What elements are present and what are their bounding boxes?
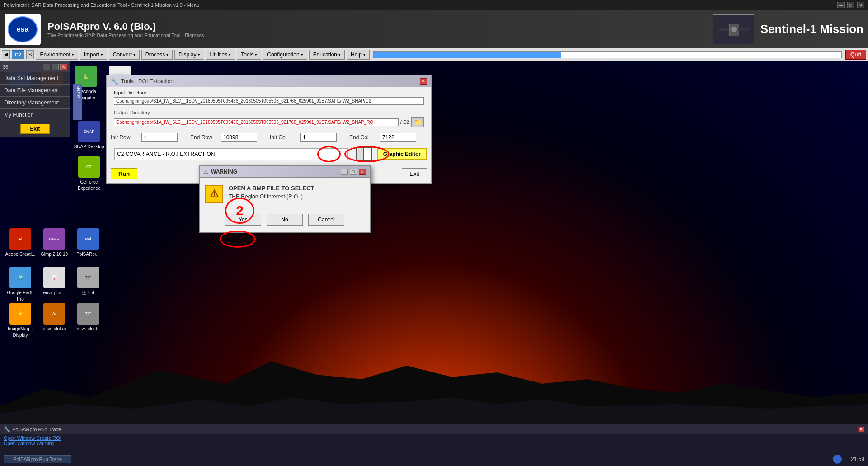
- run-button[interactable]: Run: [111, 168, 137, 179]
- init-row-input[interactable]: [141, 133, 178, 142]
- sidebar-maximize-btn[interactable]: □: [52, 64, 59, 70]
- app-title-block: PolSARpro V. 6.0 (Bio.) The Polarimetric…: [47, 21, 204, 38]
- warning-minimize-btn[interactable]: —: [341, 169, 348, 175]
- warning-no-button[interactable]: No: [267, 214, 303, 226]
- menu-configuration[interactable]: Configuration: [263, 50, 307, 60]
- menu-import[interactable]: Import: [80, 50, 107, 60]
- trace-link-create-roi[interactable]: Open Window Create ROI: [4, 435, 864, 441]
- init-row-label: Init Row: [111, 134, 138, 141]
- warning-icon: ⚠: [205, 185, 223, 203]
- split-left: [357, 148, 364, 160]
- run-trace-close-button[interactable]: ✕: [858, 427, 864, 432]
- sidebar-number: 36: [3, 64, 8, 70]
- output-dir-field[interactable]: [114, 118, 399, 126]
- warning-text-line1: OPEN A BMP FILE TO SELECT: [229, 185, 314, 192]
- icon-enviplot-label: envi_plot...: [43, 290, 65, 295]
- maximize-button[interactable]: □: [847, 2, 854, 8]
- icon-googleearth[interactable]: 🌍 Google Earth Pro: [5, 267, 36, 302]
- trace-link-warning[interactable]: Open Window Warning: [4, 441, 864, 446]
- warning-title-text: WARNING: [211, 169, 237, 175]
- run-trace-content: Open Window Create ROI Open Window Warni…: [0, 434, 868, 447]
- icon-tif7-label: 图7.tif: [82, 290, 94, 295]
- sidebar-item-directory[interactable]: Directory Management: [0, 97, 70, 109]
- snap-icon[interactable]: SNAP: [73, 84, 82, 120]
- icon-geforce-label: GeForce Experience: [78, 179, 100, 191]
- sidebar-exit-button[interactable]: Exit: [20, 124, 49, 134]
- warning-content: ⚠ OPEN A BMP FILE TO SELECT THE Region O…: [200, 178, 370, 210]
- close-button[interactable]: ✕: [857, 2, 864, 8]
- icon-envi-ai[interactable]: Ai envi_plot.ai: [38, 303, 70, 332]
- split-right: [364, 148, 371, 160]
- end-row-label: End Row: [190, 134, 217, 141]
- menu-tools[interactable]: Tools: [237, 50, 261, 60]
- warning-dialog: ⚠ WARNING — □ ✕ ⚠ OPEN A BMP FILE TO SEL…: [199, 165, 371, 233]
- warning-maximize-btn[interactable]: □: [350, 169, 357, 175]
- browse-button[interactable]: 📁: [411, 117, 424, 127]
- sidebar-minimize-btn[interactable]: —: [43, 64, 50, 70]
- sidebar-item-datafile[interactable]: Data File Management: [0, 85, 70, 97]
- icon-geforce[interactable]: GF GeForce Experience: [73, 156, 105, 191]
- icon-adobe[interactable]: Ai Adobe Creati...: [5, 228, 36, 257]
- icon-adobe-label: Adobe Creati...: [5, 252, 36, 257]
- icon-enviai-label: envi_plot.ai: [43, 326, 66, 331]
- c2-path-badge: / C2: [400, 119, 409, 125]
- input-dir-field[interactable]: [114, 97, 424, 105]
- icon-polsarpro[interactable]: Pol PolSARpr...: [72, 228, 104, 257]
- init-col-label: Init Col: [270, 134, 297, 141]
- warning-text-line2: THE Region Of Interest (R.O.I): [229, 193, 314, 200]
- app-title: PolSARpro V. 6.0 (Bio.): [47, 21, 204, 33]
- c2-covariance-button[interactable]: C2 COVARIANCE - R.O.I EXTRACTION: [114, 148, 348, 160]
- warning-close-button[interactable]: ✕: [359, 169, 366, 175]
- icon-imagemag[interactable]: ⭐ ImageMag... Display: [5, 303, 36, 338]
- sidebar-item-dataset[interactable]: Data Set Management: [0, 72, 70, 85]
- svg-point-6: [731, 27, 737, 32]
- progress-bar-container: [373, 51, 842, 58]
- icon-newplottif-label: new_plot.tif: [77, 326, 100, 331]
- split-view-icon[interactable]: [356, 147, 372, 161]
- s-badge[interactable]: S: [26, 50, 34, 59]
- exit-dialog-button[interactable]: Exit: [402, 168, 427, 179]
- roi-dialog-title-text: Tools : ROI Extraction: [121, 78, 174, 85]
- icon-polsarpro-label: PolSARpr...: [76, 252, 100, 257]
- minimize-button[interactable]: —: [837, 2, 845, 8]
- graphic-editor-button[interactable]: Graphic Editor: [377, 148, 427, 160]
- run-trace-title-text: PolSARpro Run Trace: [12, 427, 61, 432]
- menu-process[interactable]: Process: [141, 50, 173, 60]
- init-col-input[interactable]: [300, 133, 337, 142]
- roi-dialog-close-button[interactable]: ✕: [420, 78, 427, 85]
- c2-badge[interactable]: C2: [12, 50, 24, 59]
- icon-snap-desktop[interactable]: SNAP SNAP Desktop: [73, 121, 105, 150]
- snap-section: SNAP SNAP SNAP Desktop: [73, 84, 105, 149]
- menu-display[interactable]: Display: [174, 50, 204, 60]
- warning-yes-button[interactable]: Yes: [225, 214, 261, 226]
- icon-gimp[interactable]: GIMP Gimp 2.10.10: [38, 228, 70, 257]
- menu-convert[interactable]: Convert: [109, 50, 140, 60]
- sidebar-header: 36 — □ ✕: [0, 61, 70, 72]
- menu-utilities[interactable]: Utilities: [206, 50, 235, 60]
- icon-tif7[interactable]: TIF 图7.tif: [72, 267, 104, 296]
- quit-button[interactable]: Quit: [845, 50, 866, 60]
- taskbar-polsarpro[interactable]: PolSARpro Run Trace: [4, 455, 71, 463]
- menu-environment[interactable]: Environment: [36, 50, 78, 60]
- window-title: Polarimetric SAR Data Processing and Edu…: [4, 2, 199, 8]
- icon-new-plot-tif[interactable]: TIF new_plot.tif: [72, 303, 104, 332]
- warning-buttons: Yes No Cancel: [200, 210, 370, 232]
- icon-imagemag-label: ImageMag... Display: [8, 326, 33, 338]
- run-trace-panel: 🔧 PolSARpro Run Trace ✕ Open Window Crea…: [0, 424, 868, 452]
- menu-education[interactable]: Education: [309, 50, 345, 60]
- end-col-input[interactable]: [380, 133, 416, 142]
- sidebar-item-myfunction[interactable]: My Function: [0, 109, 70, 121]
- warning-cancel-button[interactable]: Cancel: [308, 214, 344, 226]
- end-row-input[interactable]: [221, 133, 257, 142]
- esa-logo: esa: [5, 14, 41, 45]
- sidebar-panel: 36 — □ ✕ Data Set Management Data File M…: [0, 61, 70, 137]
- network-icon[interactable]: [833, 455, 842, 464]
- sidebar-close-btn[interactable]: ✕: [60, 64, 67, 70]
- icon-envi-plot[interactable]: 📊 envi_plot...: [38, 267, 70, 296]
- menu-help[interactable]: Help: [347, 50, 370, 60]
- sentinel-block: Sentinel-1 Mission: [713, 14, 863, 44]
- output-dir-label: Output Directory: [114, 110, 150, 115]
- arrow-left-button[interactable]: ◀: [2, 50, 10, 59]
- warning-controls: — □ ✕: [341, 169, 366, 175]
- progress-bar-fill: [374, 52, 561, 58]
